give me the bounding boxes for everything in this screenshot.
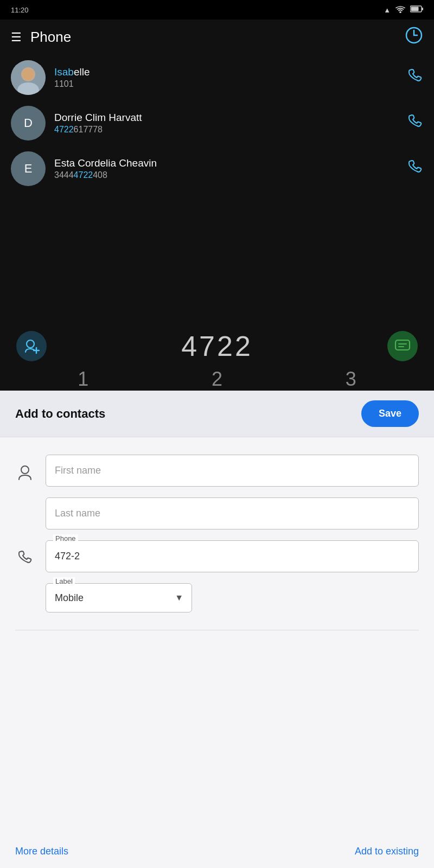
call-button[interactable] <box>407 159 423 178</box>
key-2[interactable]: 2 <box>195 368 239 391</box>
number-highlight: 4722 <box>54 125 74 134</box>
contact-name: Esta Cordelia Cheavin <box>54 157 398 169</box>
avatar-image <box>11 60 46 95</box>
phone-field-wrapper: Phone <box>46 540 419 572</box>
message-button[interactable] <box>387 331 418 361</box>
contact-info: Isabelle 1101 <box>54 66 398 89</box>
avatar <box>11 60 46 95</box>
page-title: Phone <box>30 29 396 46</box>
clock-text: 11:20 <box>11 6 29 14</box>
list-item[interactable]: E Esta Cordelia Cheavin 34444722408 <box>5 146 429 192</box>
form-footer: More details Add to existing <box>0 835 434 868</box>
form-divider <box>15 630 419 630</box>
svg-rect-3 <box>411 7 419 11</box>
svg-point-0 <box>399 11 401 12</box>
person-icon <box>15 464 35 484</box>
more-details-button[interactable]: More details <box>15 846 68 857</box>
menu-icon[interactable]: ☰ <box>11 30 22 44</box>
add-to-existing-button[interactable]: Add to existing <box>355 846 419 857</box>
phone-row: Phone <box>15 540 419 572</box>
svg-point-9 <box>27 340 34 348</box>
last-name-row <box>15 497 419 529</box>
label-field-wrapper: Label Mobile Home Work Other ▼ <box>46 583 192 612</box>
avatar: E <box>11 151 46 186</box>
avatar-initial: D <box>24 116 33 130</box>
contact-name: Dorrie Clim Harvatt <box>54 112 398 124</box>
phone-header: ☰ Phone <box>0 20 434 55</box>
key-1[interactable]: 1 <box>61 368 105 391</box>
svg-point-8 <box>23 69 34 80</box>
signal-icon: ▲ <box>384 6 391 14</box>
status-bar: 11:20 ▲ <box>0 0 434 20</box>
status-bar-right: ▲ <box>384 5 423 15</box>
form-header: Add to contacts Save <box>0 391 434 437</box>
label-select[interactable]: Mobile Home Work Other <box>46 583 192 612</box>
last-name-input[interactable] <box>46 497 419 529</box>
avatar: D <box>11 106 46 141</box>
key-3[interactable]: 3 <box>329 368 373 391</box>
contact-list: Isabelle 1101 D Dorrie Clim Harvatt 4722… <box>0 55 434 322</box>
contact-number: 1101 <box>54 79 398 89</box>
contact-info: Dorrie Clim Harvatt 4722617778 <box>54 112 398 135</box>
svg-rect-12 <box>395 340 410 350</box>
contact-number: 4722617778 <box>54 125 398 135</box>
keypad-row: 1 2 3 <box>0 362 434 391</box>
phone-icon <box>15 550 35 570</box>
svg-point-15 <box>21 466 29 474</box>
call-button[interactable] <box>407 113 423 133</box>
save-button[interactable]: Save <box>361 400 419 427</box>
contact-info: Esta Cordelia Cheavin 34444722408 <box>54 157 398 180</box>
number-highlight: 4722 <box>74 170 93 180</box>
number-rest: 617778 <box>74 125 103 134</box>
history-icon[interactable] <box>405 26 423 48</box>
form-body: Phone Label Mobile Home Work Other ▼ <box>0 437 434 835</box>
number-rest: 408 <box>93 170 107 180</box>
phone-dialer-section: 11:20 ▲ ☰ Phone <box>0 0 434 391</box>
first-name-row <box>15 455 419 487</box>
number-partial: 3444 <box>54 170 74 180</box>
call-button[interactable] <box>407 68 423 87</box>
name-rest: elle <box>74 66 90 78</box>
status-bar-left: 11:20 <box>11 6 29 14</box>
contact-name: Isabelle <box>54 66 398 78</box>
first-name-input[interactable] <box>46 455 419 487</box>
list-item[interactable]: Isabelle 1101 <box>5 55 429 100</box>
avatar-initial: E <box>24 162 33 176</box>
label-label: Label <box>53 577 75 585</box>
battery-icon <box>410 5 423 14</box>
phone-label: Phone <box>53 534 78 542</box>
add-contact-button[interactable] <box>16 331 47 361</box>
svg-rect-2 <box>422 8 424 10</box>
list-item[interactable]: D Dorrie Clim Harvatt 4722617778 <box>5 100 429 146</box>
add-to-contacts-section: Add to contacts Save <box>0 391 434 868</box>
phone-input[interactable] <box>46 540 419 572</box>
contact-number: 34444722408 <box>54 170 398 180</box>
dialer-area: 4722 <box>0 322 434 362</box>
wifi-icon <box>395 5 406 15</box>
dialed-number: 4722 <box>181 330 253 362</box>
label-row: Label Mobile Home Work Other ▼ <box>15 583 419 612</box>
form-title: Add to contacts <box>15 407 105 421</box>
name-highlight: Isab <box>54 66 74 78</box>
